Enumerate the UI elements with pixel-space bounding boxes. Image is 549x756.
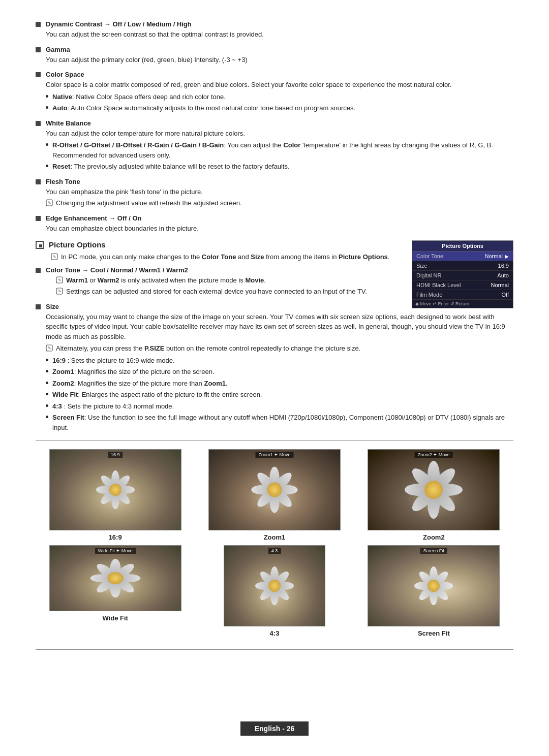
bullet-dot <box>46 359 48 361</box>
images-row-2: Wide Fit ✦ Move Wide Fit <box>36 545 513 637</box>
size-bullets: 16:9 : Sets the picture to 16:9 wide mod… <box>46 356 513 433</box>
osd-row-value: 16:9 <box>498 263 509 269</box>
image-caption-169: 16:9 <box>109 533 122 541</box>
images-row-1: 16:9 16:9 <box>36 449 513 541</box>
svg-text:✎: ✎ <box>58 289 62 294</box>
image-caption-zoom2: Zoom2 <box>423 533 445 541</box>
bullet-dot <box>46 416 48 418</box>
image-placeholder-43: 4:3 <box>224 545 325 626</box>
image-placeholder-widefit: Wide Fit ✦ Move <box>49 545 181 611</box>
osd-menu-row: Film Mode Off <box>412 290 513 300</box>
page-footer: English - 26 <box>0 721 549 736</box>
osd-row-label: Digital NR <box>416 272 442 278</box>
page-content: Dynamic Contrast → Off / Low / Medium / … <box>0 0 549 680</box>
color-tone-title: Color Tone → Cool / Normal / Warm1 / War… <box>46 266 188 274</box>
picture-options-section: Picture Options Picture Options Color To… <box>36 240 513 432</box>
list-item: 4:3 : Sets the picture to 4:3 normal mod… <box>46 401 513 412</box>
image-caption-screenfit: Screen Fit <box>418 629 450 637</box>
picture-options-title: Picture Options <box>49 240 106 249</box>
image-item-screenfit: Screen Fit Screen Fit <box>362 545 505 637</box>
osd-menu-row: Color Tone Normal ▶ <box>412 251 513 261</box>
bullet-dot <box>46 382 48 384</box>
osd-row-value: Normal <box>485 253 503 259</box>
section-title: White Balance <box>46 119 91 127</box>
list-item: Native: Native Color Space offers deep a… <box>46 92 513 102</box>
section-body: You can adjust the screen contrast so th… <box>46 29 513 40</box>
osd-menu-row: HDMI Black Level Normal <box>412 280 513 290</box>
image-overlay-zoom2: Zoom2 ✦ Move <box>415 452 453 458</box>
size-title: Size <box>46 303 59 310</box>
osd-arrow-icon: ▶ <box>505 254 509 259</box>
section-body: You can emphasize the pink 'flesh tone' … <box>46 187 513 197</box>
note-icon: ✎ <box>56 288 63 295</box>
bullet-dot <box>46 404 48 407</box>
bullet-dot <box>46 370 48 372</box>
osd-row-value: Off <box>502 292 509 298</box>
flesh-tone-note: ✎ Changing the adjustment value will ref… <box>46 198 513 208</box>
list-item: 16:9 : Sets the picture to 16:9 wide mod… <box>46 356 513 366</box>
image-placeholder-169: 16:9 <box>49 449 181 530</box>
bullet-dot <box>46 95 48 98</box>
section-gamma: Gamma You can adjust the primary color (… <box>36 46 513 65</box>
section-title: Gamma <box>46 46 70 53</box>
osd-menu: Picture Options Color Tone Normal ▶ Size… <box>412 240 513 308</box>
image-item-169: 16:9 16:9 <box>44 449 187 541</box>
section-title: Dynamic Contrast → Off / Low / Medium / … <box>46 20 192 28</box>
osd-row-label: Film Mode <box>416 292 442 298</box>
osd-menu-row: Digital NR Auto <box>412 271 513 280</box>
osd-footer-text: ◆ Move ↵ Enter ↺ Return <box>415 301 469 306</box>
image-item-zoom2: Zoom2 ✦ Move Zoom2 <box>362 449 505 541</box>
footer-badge: English - 26 <box>240 721 309 736</box>
section-flesh-tone: Flesh Tone You can emphasize the pink 'f… <box>36 178 513 208</box>
list-item: Zoom1: Magnifies the size of the picture… <box>46 367 513 377</box>
image-caption-zoom1: Zoom1 <box>264 533 286 541</box>
list-item: Auto: Auto Color Space automatically adj… <box>46 103 513 113</box>
osd-row-label: Color Tone <box>416 253 443 259</box>
image-overlay-screenfit: Screen Fit <box>420 548 447 554</box>
image-placeholder-zoom1: Zoom1 ✦ Move <box>208 449 341 530</box>
bullet-dot <box>46 165 48 167</box>
images-section: 16:9 16:9 <box>36 440 513 650</box>
list-item: Wide Fit: Enlarges the aspect ratio of t… <box>46 390 513 400</box>
list-item: Screen Fit: Use the function to see the … <box>46 413 513 432</box>
image-caption-widefit: Wide Fit <box>102 614 128 622</box>
note-icon: ✎ <box>56 276 63 284</box>
section-white-balance: White Balance You can adjust the color t… <box>36 119 513 172</box>
bullet-dot <box>46 106 48 109</box>
svg-text:✎: ✎ <box>48 346 51 351</box>
section-dynamic-contrast: Dynamic Contrast → Off / Low / Medium / … <box>36 20 513 40</box>
bullet-icon <box>36 304 41 309</box>
osd-row-value: Auto <box>497 272 509 278</box>
white-balance-bullets: R-Offset / G-Offset / B-Offset / R-Gain … <box>46 140 513 172</box>
osd-menu-title: Picture Options <box>412 241 513 251</box>
p-size-note-text: Alternately, you can press the P.SIZE bu… <box>56 343 360 354</box>
image-item-zoom1: Zoom1 ✦ Move Zoom1 <box>203 449 346 541</box>
p-size-note: ✎ Alternately, you can press the P.SIZE … <box>46 343 513 354</box>
section-body: You can adjust the primary color (red, g… <box>46 55 513 65</box>
section-title: Color Space <box>46 71 84 78</box>
svg-text:✎: ✎ <box>53 255 56 259</box>
list-item: Zoom2: Magnifies the size of the picture… <box>46 379 513 389</box>
osd-row-value: Normal <box>491 282 509 288</box>
image-overlay-zoom1: Zoom1 ✦ Move <box>255 452 293 458</box>
osd-menu-row: Size 16:9 <box>412 261 513 271</box>
image-item-43: 4:3 4:3 <box>203 545 346 637</box>
image-placeholder-zoom2: Zoom2 ✦ Move <box>368 449 500 530</box>
size-body: Occasionally, you may want to change the… <box>46 312 513 342</box>
image-item-widefit: Wide Fit ✦ Move Wide Fit <box>44 545 187 637</box>
section-title: Edge Enhancement → Off / On <box>46 214 142 222</box>
note-icon: ✎ <box>51 253 58 260</box>
bullet-icon <box>36 121 41 126</box>
color-tone-note-text: Warm1 or Warm2 is only activated when th… <box>66 275 266 286</box>
size-subsection: Size Occasionally, you may want to chang… <box>36 303 513 433</box>
image-placeholder-screenfit: Screen Fit <box>368 545 500 626</box>
section-title: Flesh Tone <box>46 178 80 185</box>
section-body: You can adjust the color temperature for… <box>46 129 513 139</box>
image-caption-43: 4:3 <box>270 629 280 637</box>
section-body: You can emphasize object boundaries in t… <box>46 224 513 234</box>
svg-text:✎: ✎ <box>48 201 51 205</box>
osd-menu-footer: ◆ Move ↵ Enter ↺ Return <box>412 300 513 308</box>
picture-options-note-text: In PC mode, you can only make changes to… <box>61 252 389 262</box>
image-overlay-widefit: Wide Fit ✦ Move <box>95 548 136 554</box>
svg-text:✎: ✎ <box>58 278 62 282</box>
